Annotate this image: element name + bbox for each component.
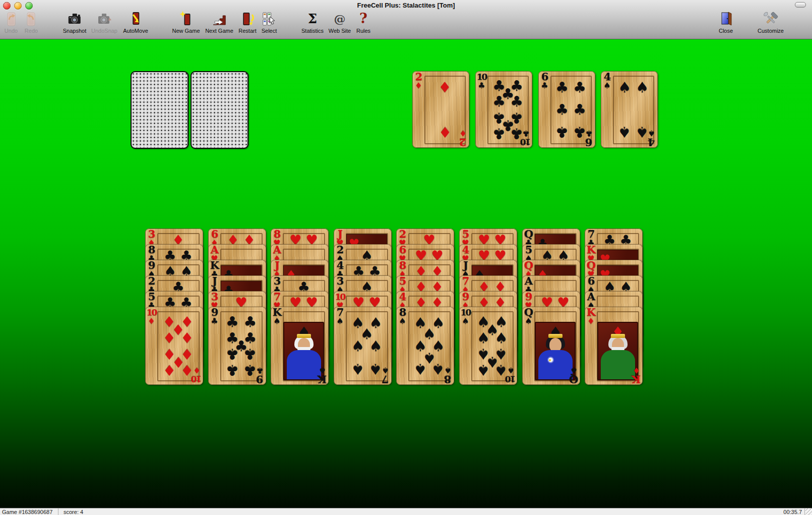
card-corner-index: K♦ [586,307,596,325]
card-corner-index: 4♠ [602,72,612,89]
card-pip-area: ♠♠ [535,244,576,260]
card-10-diamonds[interactable]: 10♦♦♦♦♦♦♦♦♦♦♦10♦ [145,307,203,385]
statistics-button[interactable]: ΣStatistics [301,11,324,34]
card-Q-spades[interactable]: Q♠♠Q♠ [522,307,580,385]
camera-undo-icon [97,11,112,27]
card-pip-area: ♣♣ [158,244,199,260]
card-K-diamonds[interactable]: K♦♦K♦ [585,307,643,385]
door-icon [718,11,733,27]
card-corner-index-inverted: 10♠ [506,367,516,384]
card-corner-index-inverted: 8♠ [443,367,453,384]
pip-clubs-icon: ♣ [573,80,586,94]
customize-button[interactable]: Customize [758,11,784,34]
free-cell-2-empty[interactable] [191,71,248,149]
pip-clubs-icon: ♣ [510,94,523,109]
question-icon: ? [356,11,371,27]
minimize-pill-icon[interactable] [795,2,806,8]
pip-spades-icon: ♠ [351,361,364,376]
snapshot-button[interactable]: Snapshot [63,11,86,34]
card-corner-index: 10♦ [146,307,157,325]
card-corner-index-inverted: Q♠ [569,367,579,384]
card-pip-area: ♣ [158,275,199,292]
pip-clubs-icon: ♣ [555,102,569,117]
card-pip-area: ♦♦ [472,275,513,292]
card-10-spades[interactable]: 10♠♠♠♠♠♠♠♠♠♠♠10♠ [459,307,517,385]
foundation-4-card-4-spades[interactable]: 4♠♠♠♠♠4♠ [601,71,658,148]
card-corner-index: Q♠ [523,307,534,325]
select-button[interactable]: Select [262,11,277,34]
card-pip-area: ♣♣ [597,228,638,245]
card-8-spades[interactable]: 8♠♠♠♠♠♠♠♠♠8♠ [396,307,454,385]
card-corner-index-inverted: 9♣ [255,367,265,384]
game-table: 2♦♦♦2♦10♣♣♣♣♣♣♣♣♣♣♣10♣6♣♣♣♣♣♣♣6♣4♠♠♠♠♠4♠… [0,39,812,508]
card-pip-area: ♠♠ [597,275,638,292]
new-game-button[interactable]: New Game [172,11,200,34]
foundation-1-card-2-diamonds[interactable]: 2♦♦♦2♦ [412,71,469,148]
next-game-icon [212,11,227,27]
card-corner-index: 9♣ [209,307,220,325]
card-corner-index: K♠ [272,307,282,325]
toolbar-item-label: Statistics [301,28,324,34]
pip-clubs-icon: ♣ [492,94,506,109]
timer-label: 00:35.7 [783,508,802,515]
pip-clubs-icon: ♣ [555,125,569,139]
pip-spades-icon: ♠ [477,363,490,377]
undosnap-button: UndoSnap [91,11,117,34]
close-button[interactable]: Close [718,11,733,34]
toolbar-item-label: Undo [4,28,19,34]
pip-diamonds-icon: ♦ [180,330,194,345]
app-window: FreeCell Plus: Stalactites [Tom] UndoRed… [0,0,812,515]
toolbar-item-label: Customize [758,28,784,34]
pip-diamonds-icon: ♦ [439,80,452,94]
toolbar-item-label: AutoMove [123,28,148,34]
card-pip-area: ♠ [346,244,387,260]
next-game-button[interactable]: Next Game [205,11,233,34]
status-divider [804,508,805,515]
pip-spades-icon: ♠ [618,80,631,94]
card-corner-index-inverted: 10♣ [521,130,531,147]
toolbar-item-label: Select [262,28,277,34]
automove-button[interactable]: AutoMove [123,11,148,34]
rules-button[interactable]: ?Rules [356,11,371,34]
pip-diamonds-icon: ♦ [163,330,176,345]
pip-clubs-icon: ♣ [243,314,257,329]
card-9-clubs[interactable]: 9♣♣♣♣♣♣♣♣♣♣9♣ [208,307,266,385]
toolbar-item-label: Close [718,28,733,34]
foundation-2-card-10-clubs[interactable]: 10♣♣♣♣♣♣♣♣♣♣♣10♣ [475,71,532,148]
sigma-icon: Σ [305,11,320,27]
status-divider [58,508,58,515]
card-corner-index: 7♠ [335,307,345,325]
toolbar-item-label: Next Game [205,28,233,34]
toolbar-item-label: Web Site [329,28,351,34]
card-corner-index: 8♠ [397,307,408,325]
card-corner-index-inverted: K♦ [631,367,642,384]
card-corner-index: 6♣ [539,72,550,89]
restart-button[interactable]: Restart [238,11,256,34]
card-pip-area: ♥♥ [283,291,324,307]
card-corner-index-inverted: 6♣ [584,130,594,147]
card-pip-area: ♠ [346,275,387,292]
resize-grip[interactable] [805,508,812,515]
card-corner-index: 2♦ [413,72,424,89]
tools-icon [763,11,778,27]
toolbar-item-label: UndoSnap [91,28,117,34]
card-7-spades[interactable]: 7♠♠♠♠♠♠♠♠7♠ [334,307,392,385]
free-cell-1-empty[interactable] [131,71,189,149]
pip-clubs-icon: ♣ [226,363,239,377]
toolbar-item-label: Rules [356,28,371,34]
window-title: FreeCell Plus: Stalactites [Tom] [0,2,812,9]
pip-clubs-icon: ♣ [226,314,239,329]
card-pip-area: ♥ [221,291,262,307]
card-pip-area: ♥♥ [283,228,324,245]
pip-spades-icon: ♠ [477,330,490,345]
card-K-spades[interactable]: K♠♠K♠ [271,307,329,385]
card-pip-area: ♦♦ [409,260,450,276]
card-corner-index-inverted: 10♦ [192,367,202,384]
camera-icon [67,11,82,27]
web-site-button[interactable]: @Web Site [329,11,351,34]
toolbar-item-label: Restart [238,28,256,34]
card-pip-area: ♠♠ [158,260,199,276]
card-pip-area: ♦♦ [409,291,450,307]
foundation-3-card-6-clubs[interactable]: 6♣♣♣♣♣♣♣6♣ [538,71,595,148]
pip-spades-icon: ♠ [636,80,649,94]
